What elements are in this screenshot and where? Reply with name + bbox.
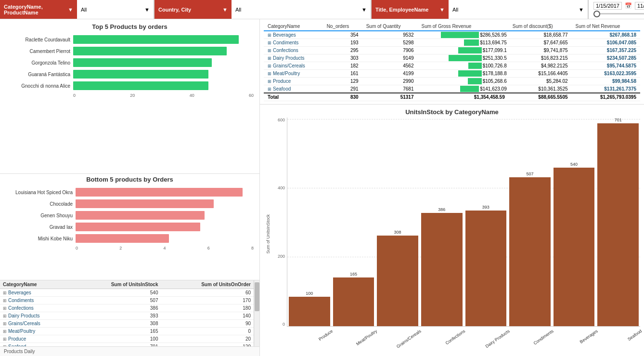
rev-category-cell: ⊞Condiments: [264, 39, 323, 47]
category-filter-block: CategoryName, ProductName ▼ All ▼: [0, 0, 155, 19]
rev-net-cell: $167,357.225: [572, 47, 640, 54]
bar-value-label: 165: [350, 272, 357, 277]
stock-cell: 165: [72, 328, 161, 335]
bar: [73, 47, 227, 55]
rev-category-cell: ⊞Meat/Poultry: [264, 70, 323, 78]
rev-net-cell: $99,984.58: [572, 78, 640, 85]
scrollbar-thumb[interactable]: [255, 282, 259, 311]
gross-value: $286,526.95: [480, 32, 507, 38]
expand-icon[interactable]: ⊞: [268, 79, 271, 84]
expand-icon[interactable]: ⊞: [268, 56, 271, 61]
rev-qty-cell: 5298: [362, 39, 418, 47]
bar-container: [73, 81, 254, 90]
revenue-table: CategoryNameNo_ordersSum of QuantitySum …: [264, 22, 640, 101]
calendar-start-icon[interactable]: 📅: [625, 2, 632, 9]
rev-discount-cell: $18,658.77: [509, 31, 572, 39]
category-cell: ⊞Dairy Products: [0, 312, 72, 320]
top5-section: Top 5 Products by orders Raclette Courda…: [0, 19, 259, 173]
bar: [76, 188, 243, 197]
rev-qty-cell: 7906: [362, 47, 418, 54]
rev-orders-cell: 129: [323, 78, 362, 85]
units-x-label: Seafood: [596, 327, 640, 351]
left-table-scroll[interactable]: CategoryName Sum of UnitsInStock Sum of …: [0, 280, 254, 346]
expand-icon[interactable]: ⊞: [268, 48, 271, 53]
units-x-label: Produce: [287, 327, 331, 351]
units-bar: [597, 123, 639, 326]
rev-total-qty: 51317: [362, 93, 418, 101]
onorder-cell: 0: [161, 328, 254, 335]
units-bar: [333, 277, 374, 326]
gross-value: $178,188.8: [483, 71, 507, 76]
onorder-cell: 60: [161, 289, 254, 297]
expand-icon[interactable]: ⊞: [3, 290, 7, 295]
expand-icon[interactable]: ⊞: [268, 71, 271, 76]
units-chart-body: Sum of UnitsInStock 600 400 200 0: [264, 118, 640, 351]
expand-icon[interactable]: ⊞: [268, 87, 271, 92]
products-daily-label: Products Daily: [0, 346, 259, 356]
table-row: ⊞Dairy Products 393 140: [0, 312, 254, 320]
category-cell: ⊞Beverages: [0, 289, 72, 297]
employee-filter-icon: ▼: [439, 7, 445, 13]
rev-total-net: $1,265,793.0395: [572, 93, 640, 101]
units-chart-area: 600 400 200 0 100 165 308: [272, 118, 640, 327]
bar: [76, 211, 205, 220]
rev-gross-cell: $141,623.09: [417, 85, 508, 93]
bottom5-bar-row: Genen Shouyu: [6, 211, 254, 220]
category-filter-icon: ▼: [68, 7, 73, 13]
bottom5-section: Bottom 5 products by Orders Louisiana Ho…: [0, 174, 259, 280]
date-slider[interactable]: [593, 11, 644, 17]
expand-icon[interactable]: ⊞: [3, 329, 7, 334]
units-x-label: Confections: [419, 327, 464, 351]
employee-filter-dropdown[interactable]: All ▼: [449, 0, 588, 19]
slider-track: [593, 13, 644, 14]
onorder-cell: 120: [161, 343, 254, 347]
gross-value: $177,099.1: [483, 48, 507, 53]
bar-value-label: 540: [570, 162, 578, 167]
expand-icon[interactable]: ⊞: [268, 33, 271, 38]
units-bar-col: 701: [596, 118, 640, 326]
gross-value: $100,726.8: [483, 63, 507, 68]
units-bar-col: 393: [464, 118, 508, 326]
left-table-section: CategoryName Sum of UnitsInStock Sum of …: [0, 280, 259, 346]
table-row: ⊞Condiments 507 170: [0, 297, 254, 304]
bar: [73, 70, 208, 79]
bar-container: [73, 58, 254, 67]
table-row: ⊞Produce 100 20: [0, 335, 254, 343]
expand-icon[interactable]: ⊞: [3, 321, 7, 326]
rev-orders-cell: 354: [323, 31, 362, 39]
bar-container: [73, 70, 254, 79]
rev-orders-cell: 303: [323, 54, 362, 62]
revenue-col-header: No_orders: [323, 22, 362, 31]
bar-value-label: 386: [438, 207, 445, 212]
slider-left-thumb[interactable]: [593, 11, 600, 17]
expand-icon[interactable]: ⊞: [268, 40, 271, 45]
units-chart-content: 600 400 200 0 100 165 308: [272, 118, 640, 351]
category-filter-dropdown[interactable]: All ▼: [77, 0, 154, 19]
bar-label: Louisiana Hot Spiced Okra: [6, 190, 76, 195]
bar-label: Gnocchi di nonna Alice: [6, 83, 73, 89]
expand-icon[interactable]: ⊞: [3, 337, 7, 342]
revenue-table-row: ⊞Grains/Cereals 182 4562 $100,726.8 $4,9…: [264, 62, 640, 70]
revenue-col-header: Sum of Quantity: [362, 22, 418, 31]
expand-icon[interactable]: ⊞: [3, 298, 7, 303]
bottom5-bar-row: Gravad lax: [6, 223, 254, 231]
bar-value-label: 100: [306, 291, 313, 296]
bar: [76, 223, 200, 231]
left-scrollbar[interactable]: [254, 280, 259, 346]
rev-gross-cell: $100,726.8: [417, 62, 508, 70]
bar-container: [76, 199, 254, 208]
bar-value-label: 308: [394, 230, 401, 235]
expand-icon[interactable]: ⊞: [3, 314, 7, 318]
onorder-cell: 170: [161, 297, 254, 304]
rev-orders-cell: 182: [323, 62, 362, 70]
date-range-section: 1/15/2017 📅 11/18/2018 📅: [589, 2, 644, 17]
country-filter-dropdown[interactable]: All ▼: [232, 0, 371, 19]
units-bar: [465, 211, 507, 326]
stock-cell: 386: [72, 304, 161, 312]
units-bar-col: 100: [287, 118, 332, 326]
expand-icon[interactable]: ⊞: [268, 64, 271, 68]
gross-bar: [441, 32, 479, 38]
bar: [76, 234, 169, 243]
units-x-label: Meat/Poultry: [331, 327, 375, 351]
expand-icon[interactable]: ⊞: [3, 306, 7, 311]
